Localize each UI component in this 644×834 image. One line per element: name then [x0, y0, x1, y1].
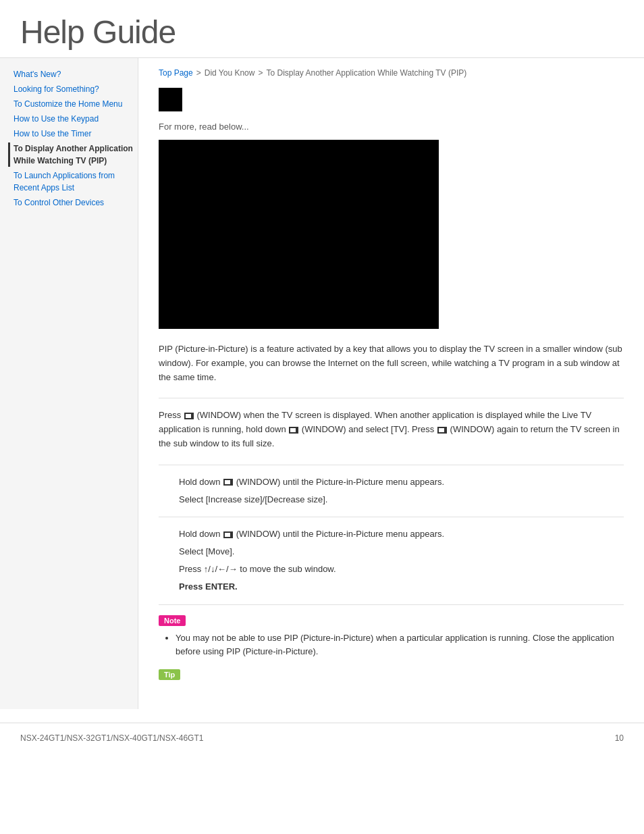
breadcrumb-sep2: >	[258, 68, 263, 78]
separator-1	[159, 398, 624, 398]
sidebar-item-launch[interactable]: To Launch Applications from Recent Apps …	[14, 170, 138, 194]
sidebar-item-timer[interactable]: How to Use the Timer	[14, 128, 138, 140]
breadcrumb-top[interactable]: Top Page	[159, 68, 193, 78]
window-icon-1	[184, 413, 194, 419]
main-layout: What's New? Looking for Something? To Cu…	[0, 58, 644, 709]
note-list: You may not be able to use PIP (Picture-…	[159, 631, 624, 660]
intro-text: PIP (Picture-in-Picture) is a feature ac…	[159, 342, 624, 384]
page-title: Help Guide	[20, 14, 624, 51]
tip-badge: Tip	[159, 669, 180, 680]
window-icon-3	[437, 427, 447, 434]
press-window-text: Press (WINDOW) when the TV screen is dis…	[159, 409, 624, 450]
tip-section: Tip	[159, 669, 624, 685]
video-placeholder	[159, 140, 439, 329]
note-badge: Note	[159, 615, 186, 626]
thumbnail-image	[159, 88, 182, 111]
sidebar-item-customize[interactable]: To Customize the Home Menu	[14, 98, 138, 110]
breadcrumb: Top Page > Did You Know > To Display Ano…	[159, 68, 624, 78]
separator-2	[159, 465, 624, 465]
separator-4	[159, 604, 624, 605]
move-step3: Press ↑/↓/←/→ to move the sub window.	[179, 563, 624, 577]
breadcrumb-current: To Display Another Application While Wat…	[266, 68, 466, 78]
intro-section: PIP (Picture-in-Picture) is a feature ac…	[159, 342, 624, 384]
breadcrumb-did-you-know: Did You Know	[205, 68, 255, 78]
sidebar-item-keypad[interactable]: How to Use the Keypad	[14, 113, 138, 125]
sidebar-item-pip[interactable]: To Display Another Application While Wat…	[8, 142, 138, 167]
note-item: You may not be able to use PIP (Picture-…	[176, 631, 624, 660]
page-footer: NSX-24GT1/NSX-32GT1/NSX-40GT1/NSX-46GT1 …	[0, 723, 644, 753]
sidebar-item-control[interactable]: To Control Other Devices	[14, 197, 138, 209]
sidebar-item-whats-new[interactable]: What's New?	[14, 68, 138, 80]
press-window-section: Press (WINDOW) when the TV screen is dis…	[159, 409, 624, 450]
move-step1: Hold down (WINDOW) until the Picture-in-…	[179, 527, 624, 542]
move-step2: Select [Move].	[179, 545, 624, 559]
breadcrumb-sep1: >	[196, 68, 201, 78]
window-icon-2	[289, 427, 298, 434]
move-section: Hold down (WINDOW) until the Picture-in-…	[159, 527, 624, 594]
footer-page-number: 10	[615, 733, 624, 743]
note-section: Note You may not be able to use PIP (Pic…	[159, 615, 624, 660]
resize-step2: Select [Increase size]/[Decrease size].	[179, 493, 624, 507]
page-header: Help Guide	[0, 0, 644, 58]
window-icon-5	[223, 531, 233, 538]
window-icon-4	[223, 479, 233, 486]
separator-3	[159, 517, 624, 517]
sidebar-item-looking[interactable]: Looking for Something?	[14, 83, 138, 95]
resize-step1: Hold down (WINDOW) until the Picture-in-…	[179, 475, 624, 490]
footer-model: NSX-24GT1/NSX-32GT1/NSX-40GT1/NSX-46GT1	[20, 733, 203, 743]
sidebar: What's New? Looking for Something? To Cu…	[0, 58, 138, 709]
for-more-text: For more, read below...	[159, 122, 624, 132]
move-step4: Press ENTER.	[179, 580, 624, 594]
main-content: Top Page > Did You Know > To Display Ano…	[138, 58, 644, 709]
resize-section: Hold down (WINDOW) until the Picture-in-…	[159, 475, 624, 507]
